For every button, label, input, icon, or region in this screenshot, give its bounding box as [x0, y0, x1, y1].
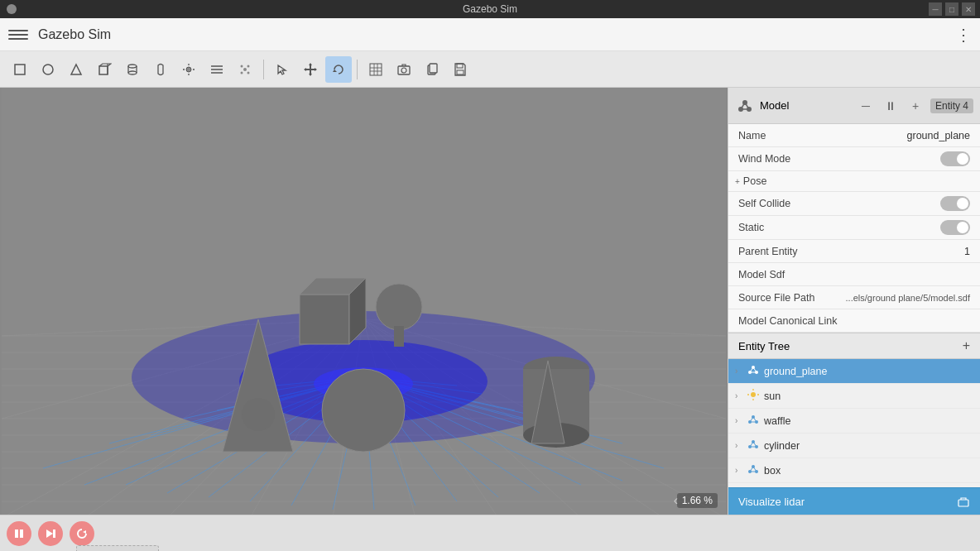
prop-name: Name ground_plane	[728, 124, 980, 147]
svg-point-121	[751, 392, 756, 397]
svg-rect-102	[394, 326, 404, 347]
svg-point-20	[241, 71, 243, 74]
entity-item-cylinder[interactable]: › cylinder	[728, 434, 980, 458]
more-button[interactable]: ⋮	[955, 25, 972, 45]
tool-strips[interactable]	[204, 56, 230, 83]
svg-rect-166	[53, 529, 55, 538]
right-panel: Model ─ ⏸ + Entity 4 Name ground_plane W…	[728, 88, 980, 515]
entity-tree-add-btn[interactable]: +	[963, 338, 970, 353]
self-collide-label: Self Collide	[738, 198, 940, 209]
svg-marker-24	[309, 74, 312, 76]
title-bar-icon	[7, 4, 17, 14]
chevron-sun: ›	[735, 391, 743, 400]
svg-line-135	[750, 442, 753, 447]
entity-label: Entity 4	[930, 98, 973, 113]
model-sdf-label: Model Sdf	[738, 269, 970, 280]
reset-button[interactable]	[70, 521, 94, 546]
tool-rotate[interactable]	[325, 56, 352, 83]
tool-grid[interactable]	[363, 56, 389, 83]
prop-pose-expand[interactable]: + Pose	[728, 171, 980, 192]
model-icon-box	[747, 462, 760, 478]
tool-cylinder[interactable]	[119, 56, 146, 83]
viewport-nav-arrow[interactable]: ‹	[674, 493, 678, 508]
properties-panel: Name ground_plane Wind Mode + Pose Self …	[728, 124, 980, 333]
entity-tree-list: › ground_plane › sun › waffle	[728, 359, 980, 487]
model-pin-btn[interactable]: ─	[856, 96, 876, 116]
model-icon-waffle	[747, 413, 760, 429]
svg-point-103	[322, 369, 405, 452]
visualize-lidar-text: Visualize lidar	[738, 496, 957, 508]
chevron-ground-plane: ›	[735, 367, 743, 376]
svg-marker-27	[333, 69, 337, 72]
tool-particle[interactable]	[232, 56, 258, 83]
svg-line-118	[750, 367, 753, 372]
model-header: Model ─ ⏸ + Entity 4	[728, 88, 980, 124]
entity-item-ground-plane[interactable]: › ground_plane	[728, 359, 980, 384]
prop-wind-mode: Wind Mode	[728, 147, 980, 171]
svg-rect-28	[370, 64, 382, 75]
static-toggle[interactable]	[940, 220, 970, 235]
light-icon-sun	[747, 388, 760, 404]
source-file-label: Source File Path	[738, 292, 846, 304]
tool-move[interactable]	[297, 56, 324, 83]
entity-tree-header: Entity Tree +	[728, 333, 980, 359]
model-add-btn[interactable]: +	[906, 96, 925, 116]
source-file-value: ...els/ground plane/5/model.sdf	[846, 293, 970, 303]
entity-item-sun[interactable]: › sun	[728, 384, 980, 409]
tool-box[interactable]	[91, 56, 118, 83]
canonical-link-label: Model Canonical Link	[738, 315, 970, 327]
tool-sun[interactable]	[175, 56, 202, 83]
svg-point-22	[243, 68, 247, 71]
svg-rect-0	[15, 65, 25, 74]
tool-camera[interactable]	[391, 56, 417, 83]
entity-tree-title: Entity Tree	[738, 340, 963, 352]
close-btn[interactable]: ✕	[962, 2, 975, 16]
tool-cone[interactable]	[63, 56, 89, 83]
svg-marker-25	[304, 68, 306, 71]
svg-rect-164	[20, 529, 23, 538]
model-pause-btn[interactable]: ⏸	[881, 96, 901, 116]
prop-parent-entity: Parent Entity 1	[728, 240, 980, 263]
tool-capsule[interactable]	[147, 56, 174, 83]
chevron-waffle: ›	[735, 416, 743, 425]
svg-point-1	[43, 65, 53, 74]
tool-save[interactable]	[447, 56, 473, 83]
svg-point-6	[128, 65, 137, 68]
svg-point-10	[186, 67, 191, 72]
prop-model-sdf: Model Sdf	[728, 263, 980, 286]
app-header: Gazebo Sim ⋮	[0, 18, 980, 51]
model-icon-cylinder	[747, 438, 760, 453]
svg-point-34	[401, 68, 406, 73]
app-title: Gazebo Sim	[38, 27, 945, 42]
minimize-btn[interactable]: ─	[929, 2, 942, 16]
svg-line-141	[750, 467, 753, 472]
tool-copy[interactable]	[419, 56, 445, 83]
tool-select[interactable]	[7, 56, 33, 83]
step-button[interactable]	[38, 521, 63, 546]
prop-static: Static	[728, 216, 980, 240]
svg-rect-163	[15, 529, 18, 538]
prop-name-value: ground_plane	[907, 130, 970, 141]
pose-label: Pose	[743, 175, 767, 187]
visualize-lidar-panel[interactable]: Visualize lidar	[728, 487, 980, 515]
prop-canonical-link: Model Canonical Link	[728, 309, 980, 333]
entity-item-waffle[interactable]: › waffle	[728, 409, 980, 434]
svg-rect-162	[958, 500, 968, 506]
tool-sphere[interactable]	[35, 56, 61, 83]
self-collide-toggle[interactable]	[940, 196, 970, 211]
svg-line-142	[753, 467, 757, 472]
parent-entity-value: 1	[964, 246, 970, 257]
tool-pointer[interactable]	[269, 56, 295, 83]
viewport[interactable]: 1.66 % ‹	[0, 88, 728, 515]
wind-mode-toggle[interactable]	[940, 151, 970, 166]
drop-app-area: Drop application icons here	[76, 545, 159, 551]
model-icon	[735, 96, 755, 116]
pause-button[interactable]	[7, 521, 31, 546]
entity-item-box[interactable]: › box	[728, 458, 980, 483]
entity-name-ground-plane: ground_plane	[764, 366, 827, 377]
entity-name-cylinder: cylinder	[764, 440, 800, 452]
hamburger-button[interactable]	[8, 25, 28, 45]
maximize-btn[interactable]: □	[945, 2, 958, 16]
chevron-cylinder: ›	[735, 441, 743, 450]
title-bar-title: Gazebo Sim	[463, 3, 517, 15]
